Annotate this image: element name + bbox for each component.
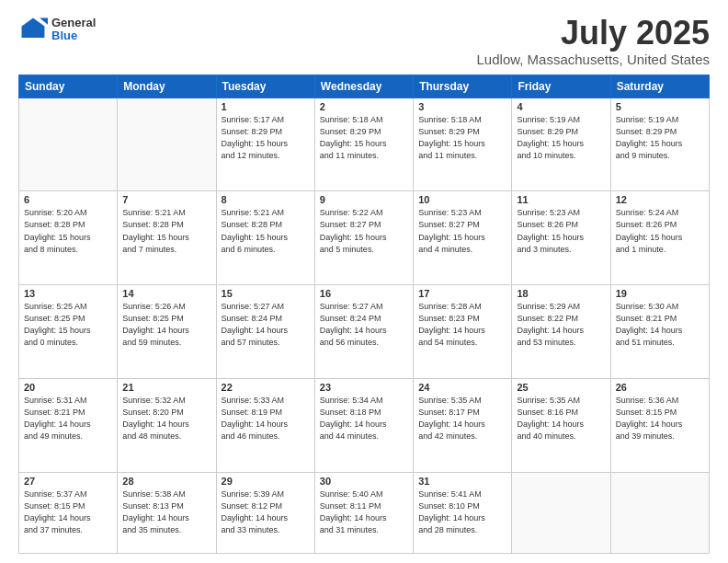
day-number: 4: [517, 101, 605, 112]
day-number: 5: [616, 101, 704, 112]
table-row: 24Sunrise: 5:35 AMSunset: 8:17 PMDayligh…: [414, 379, 512, 473]
table-row: 4Sunrise: 5:19 AMSunset: 8:29 PMDaylight…: [512, 98, 610, 191]
day-number: 10: [418, 194, 506, 205]
col-monday: Monday: [118, 75, 216, 98]
day-info: Sunrise: 5:41 AMSunset: 8:10 PMDaylight:…: [418, 488, 506, 536]
calendar-table: Sunday Monday Tuesday Wednesday Thursday…: [18, 75, 710, 554]
day-info: Sunrise: 5:34 AMSunset: 8:18 PMDaylight:…: [320, 395, 408, 442]
table-row: 28Sunrise: 5:38 AMSunset: 8:13 PMDayligh…: [118, 472, 216, 553]
day-number: 19: [616, 288, 704, 299]
table-row: 3Sunrise: 5:18 AMSunset: 8:29 PMDaylight…: [414, 98, 512, 191]
day-info: Sunrise: 5:19 AMSunset: 8:29 PMDaylight:…: [517, 114, 605, 162]
table-row: 29Sunrise: 5:39 AMSunset: 8:12 PMDayligh…: [216, 472, 314, 553]
day-number: 9: [320, 194, 408, 205]
logo-blue: Blue: [51, 29, 96, 42]
calendar-header-row: Sunday Monday Tuesday Wednesday Thursday…: [19, 75, 710, 98]
day-info: Sunrise: 5:39 AMSunset: 8:12 PMDaylight:…: [222, 488, 310, 536]
table-row: 15Sunrise: 5:27 AMSunset: 8:24 PMDayligh…: [216, 285, 314, 379]
table-row: [19, 98, 118, 191]
day-number: 13: [24, 288, 112, 299]
day-number: 11: [517, 194, 605, 205]
day-number: 17: [418, 288, 506, 299]
logo: General Blue: [18, 15, 96, 44]
table-row: 19Sunrise: 5:30 AMSunset: 8:21 PMDayligh…: [610, 285, 709, 379]
svg-marker-0: [22, 18, 45, 38]
day-number: 2: [320, 101, 408, 112]
day-number: 24: [418, 382, 506, 393]
day-info: Sunrise: 5:29 AMSunset: 8:22 PMDaylight:…: [517, 301, 605, 349]
table-row: 17Sunrise: 5:28 AMSunset: 8:23 PMDayligh…: [414, 285, 512, 379]
table-row: 11Sunrise: 5:23 AMSunset: 8:26 PMDayligh…: [512, 191, 610, 285]
table-row: 2Sunrise: 5:18 AMSunset: 8:29 PMDaylight…: [314, 98, 413, 191]
title-location: Ludlow, Massachusetts, United States: [477, 52, 710, 67]
day-info: Sunrise: 5:27 AMSunset: 8:24 PMDaylight:…: [320, 301, 408, 349]
day-info: Sunrise: 5:22 AMSunset: 8:27 PMDaylight:…: [320, 207, 408, 255]
table-row: 8Sunrise: 5:21 AMSunset: 8:28 PMDaylight…: [216, 191, 314, 285]
day-info: Sunrise: 5:30 AMSunset: 8:21 PMDaylight:…: [616, 301, 704, 349]
day-info: Sunrise: 5:21 AMSunset: 8:28 PMDaylight:…: [222, 207, 310, 255]
day-number: 7: [122, 194, 210, 205]
table-row: 27Sunrise: 5:37 AMSunset: 8:15 PMDayligh…: [19, 472, 118, 553]
day-info: Sunrise: 5:37 AMSunset: 8:15 PMDaylight:…: [24, 488, 112, 536]
day-number: 15: [222, 288, 310, 299]
col-wednesday: Wednesday: [314, 75, 413, 98]
day-info: Sunrise: 5:35 AMSunset: 8:16 PMDaylight:…: [517, 395, 605, 442]
day-info: Sunrise: 5:23 AMSunset: 8:26 PMDaylight:…: [517, 207, 605, 255]
title-month: July 2025: [477, 15, 710, 52]
day-number: 22: [222, 382, 310, 393]
table-row: 16Sunrise: 5:27 AMSunset: 8:24 PMDayligh…: [314, 285, 413, 379]
col-friday: Friday: [512, 75, 610, 98]
table-row: 21Sunrise: 5:32 AMSunset: 8:20 PMDayligh…: [118, 379, 216, 473]
col-tuesday: Tuesday: [216, 75, 314, 98]
day-number: 23: [320, 382, 408, 393]
day-info: Sunrise: 5:18 AMSunset: 8:29 PMDaylight:…: [418, 114, 506, 162]
day-info: Sunrise: 5:32 AMSunset: 8:20 PMDaylight:…: [122, 395, 210, 442]
table-row: 26Sunrise: 5:36 AMSunset: 8:15 PMDayligh…: [610, 379, 709, 473]
day-number: 26: [616, 382, 704, 393]
header: General Blue July 2025 Ludlow, Massachus…: [18, 15, 710, 67]
table-row: 25Sunrise: 5:35 AMSunset: 8:16 PMDayligh…: [512, 379, 610, 473]
day-info: Sunrise: 5:21 AMSunset: 8:28 PMDaylight:…: [122, 207, 210, 255]
table-row: 10Sunrise: 5:23 AMSunset: 8:27 PMDayligh…: [414, 191, 512, 285]
table-row: 12Sunrise: 5:24 AMSunset: 8:26 PMDayligh…: [610, 191, 709, 285]
table-row: 23Sunrise: 5:34 AMSunset: 8:18 PMDayligh…: [314, 379, 413, 473]
day-number: 29: [222, 476, 310, 487]
table-row: [118, 98, 216, 191]
day-number: 30: [320, 476, 408, 487]
day-info: Sunrise: 5:36 AMSunset: 8:15 PMDaylight:…: [616, 395, 704, 442]
day-number: 25: [517, 382, 605, 393]
table-row: [512, 472, 610, 553]
day-number: 6: [24, 194, 112, 205]
day-number: 8: [222, 194, 310, 205]
day-info: Sunrise: 5:40 AMSunset: 8:11 PMDaylight:…: [320, 488, 408, 536]
table-row: 14Sunrise: 5:26 AMSunset: 8:25 PMDayligh…: [118, 285, 216, 379]
day-info: Sunrise: 5:20 AMSunset: 8:28 PMDaylight:…: [24, 207, 112, 255]
table-row: 1Sunrise: 5:17 AMSunset: 8:29 PMDaylight…: [216, 98, 314, 191]
logo-icon: [18, 15, 48, 44]
day-info: Sunrise: 5:25 AMSunset: 8:25 PMDaylight:…: [24, 301, 112, 349]
day-info: Sunrise: 5:35 AMSunset: 8:17 PMDaylight:…: [418, 395, 506, 442]
table-row: 20Sunrise: 5:31 AMSunset: 8:21 PMDayligh…: [19, 379, 118, 473]
day-number: 14: [122, 288, 210, 299]
day-info: Sunrise: 5:17 AMSunset: 8:29 PMDaylight:…: [222, 114, 310, 162]
day-number: 1: [222, 101, 310, 112]
table-row: 5Sunrise: 5:19 AMSunset: 8:29 PMDaylight…: [610, 98, 709, 191]
table-row: 18Sunrise: 5:29 AMSunset: 8:22 PMDayligh…: [512, 285, 610, 379]
col-saturday: Saturday: [610, 75, 709, 98]
day-info: Sunrise: 5:26 AMSunset: 8:25 PMDaylight:…: [122, 301, 210, 349]
logo-text: General Blue: [51, 17, 96, 43]
day-number: 18: [517, 288, 605, 299]
table-row: 9Sunrise: 5:22 AMSunset: 8:27 PMDaylight…: [314, 191, 413, 285]
table-row: 30Sunrise: 5:40 AMSunset: 8:11 PMDayligh…: [314, 472, 413, 553]
day-number: 28: [122, 476, 210, 487]
page: General Blue July 2025 Ludlow, Massachus…: [0, 0, 728, 563]
table-row: 31Sunrise: 5:41 AMSunset: 8:10 PMDayligh…: [414, 472, 512, 553]
day-info: Sunrise: 5:24 AMSunset: 8:26 PMDaylight:…: [616, 207, 704, 255]
day-number: 20: [24, 382, 112, 393]
table-row: [610, 472, 709, 553]
day-number: 21: [122, 382, 210, 393]
day-number: 12: [616, 194, 704, 205]
day-info: Sunrise: 5:18 AMSunset: 8:29 PMDaylight:…: [320, 114, 408, 162]
day-info: Sunrise: 5:38 AMSunset: 8:13 PMDaylight:…: [122, 488, 210, 536]
day-info: Sunrise: 5:27 AMSunset: 8:24 PMDaylight:…: [222, 301, 310, 349]
